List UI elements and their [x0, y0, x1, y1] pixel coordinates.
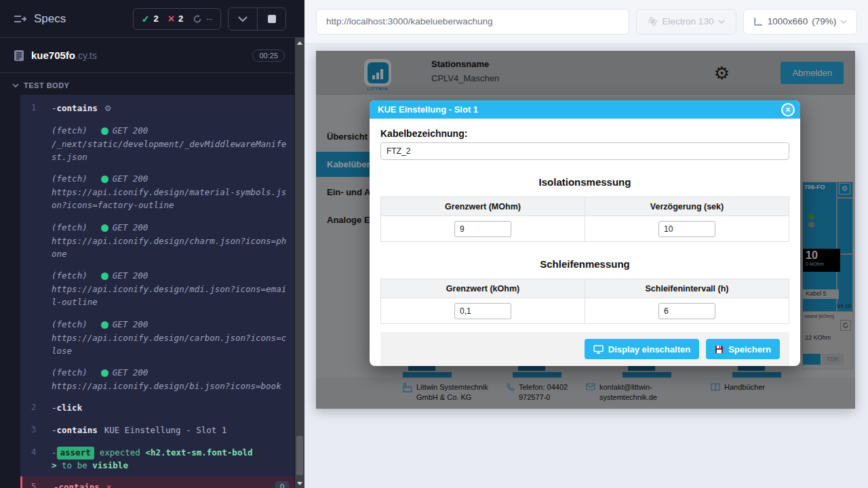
status-dot-icon — [101, 369, 108, 377]
cable-name-input[interactable] — [380, 142, 789, 160]
scroll-down-arrow-icon[interactable] — [297, 482, 302, 485]
modal-title: KUE Einstellung - Slot 1 — [378, 104, 478, 115]
specs-title: Specs — [34, 12, 66, 26]
stat-failed: ×2 — [168, 13, 184, 25]
close-icon[interactable]: × — [781, 103, 795, 117]
spec-name: kue705fo — [31, 49, 75, 61]
runner-controls — [228, 7, 286, 30]
modal-footer: Display einschalten Speichern — [380, 332, 789, 366]
fetch-row[interactable]: (fetch)GET 200 https://api.iconify.desig… — [20, 265, 294, 314]
isolation-section-title: Isolationsmessung — [380, 176, 789, 188]
floppy-disk-icon — [715, 345, 724, 354]
electron-icon — [648, 16, 658, 26]
isolation-limit-input[interactable] — [454, 221, 511, 237]
command-contains-failed[interactable]: 5 -contains× 0 — [20, 476, 294, 488]
status-dot-icon — [101, 321, 108, 329]
app-under-test: LITTWIN Stationsname CPLV4_Maschen ⚙ Abm… — [316, 51, 855, 409]
fetch-row[interactable]: (fetch)GET 200 https://api.iconify.desig… — [20, 217, 294, 266]
cable-name-label: Kabelbezeichnung: — [380, 128, 789, 139]
loop-section-title: Schleifenmessung — [380, 258, 789, 270]
retry-count-badge: 0 — [275, 481, 289, 488]
command-contains-1[interactable]: 1 -contains⚙ — [20, 98, 294, 120]
test-stats: ✓2 ×2 -- — [133, 8, 221, 30]
cross-icon: × — [168, 13, 174, 25]
chevron-down-icon — [840, 20, 847, 24]
monitor-icon — [593, 345, 604, 354]
chevron-down-icon — [238, 16, 248, 22]
scrollbar-thumb[interactable] — [296, 436, 303, 475]
viewport-zoom: (79%) — [812, 16, 836, 26]
modal-body: Kabelbezeichnung: Isolationsmessung Gren… — [370, 119, 800, 366]
viewport-select[interactable]: 1000x660 (79%) — [743, 9, 857, 35]
fetch-row[interactable]: (fetch)GET 200 https://api.iconify.desig… — [20, 168, 294, 217]
fetch-row[interactable]: (fetch)GET 200 https://api.iconify.desig… — [20, 362, 294, 397]
loop-col2-header: Schleifenintervall (h) — [585, 279, 789, 298]
command-log: 1 -contains⚙ (fetch)GET 200 /_next/stati… — [20, 95, 294, 488]
stop-button[interactable] — [257, 8, 285, 30]
url-input[interactable] — [316, 9, 629, 35]
fetch-row[interactable]: (fetch)GET 200 /_next/static/development… — [20, 120, 294, 169]
chevron-down-icon — [12, 83, 19, 87]
test-body-section[interactable]: TEST BODY — [0, 73, 294, 95]
loop-col1-header: Grenzwert (kOhm) — [381, 279, 585, 298]
cypress-runner: Specs ✓2 ×2 -- ku — [0, 0, 868, 488]
reporter-panel: Specs ✓2 ×2 -- ku — [0, 0, 294, 488]
status-dot-icon — [101, 224, 108, 232]
save-button[interactable]: Speichern — [706, 339, 780, 359]
status-dot-icon — [101, 272, 108, 280]
spec-ext: .cy.ts — [75, 50, 97, 61]
browser-select[interactable]: Electron 130 — [636, 9, 736, 35]
fetch-row[interactable]: (fetch)GET 200 https://api.iconify.desig… — [20, 314, 294, 363]
status-dot-icon — [101, 127, 108, 135]
spec-duration-badge: 00:25 — [252, 49, 285, 62]
isolation-delay-input[interactable] — [658, 221, 715, 237]
check-icon: ✓ — [142, 14, 150, 24]
restart-icon — [193, 14, 202, 24]
stat-pending: -- — [193, 14, 212, 24]
stage: Electron 130 1000x660 (79%) — [304, 0, 868, 488]
aut-toolbar: Electron 130 1000x660 (79%) — [304, 0, 868, 43]
isolation-col1-header: Grenzwert (MOhm) — [381, 197, 585, 216]
assert-badge: assert — [57, 447, 94, 460]
loop-interval-input[interactable] — [658, 303, 715, 319]
stat-passed: ✓2 — [142, 14, 159, 24]
spec-file-row[interactable]: kue705fo.cy.ts 00:25 — [0, 38, 294, 73]
command-assert[interactable]: 4 -assertexpected <h2.text-sm.font-bold>… — [20, 442, 294, 477]
fail-x-icon: × — [106, 482, 112, 488]
ruler-icon — [753, 16, 764, 26]
command-click[interactable]: 2 -click — [20, 397, 294, 420]
chevron-down-icon — [718, 20, 725, 24]
reporter-scrollbar[interactable] — [294, 0, 304, 488]
status-dot-icon — [101, 176, 108, 183]
stop-icon — [268, 15, 276, 23]
modal-titlebar: KUE Einstellung - Slot 1 × — [370, 100, 800, 119]
kue-settings-modal: KUE Einstellung - Slot 1 × Kabelbezeichn… — [370, 100, 800, 366]
isolation-table: Grenzwert (MOhm) Verzögerung (sek) — [380, 197, 789, 242]
display-on-button[interactable]: Display einschalten — [585, 339, 699, 359]
command-contains-3[interactable]: 3 -containsKUE Einstellung - Slot 1 — [20, 420, 294, 442]
spec-file-icon — [14, 49, 24, 62]
collapse-button[interactable] — [229, 8, 257, 30]
loop-table: Grenzwert (kOhm) Schleifenintervall (h) — [380, 279, 789, 324]
gear-icon: ⚙ — [104, 104, 112, 113]
scrollbar-track[interactable] — [295, 37, 304, 488]
scroll-up-arrow-icon[interactable] — [297, 41, 302, 45]
specs-menu-icon[interactable] — [14, 14, 27, 24]
reporter-header: Specs ✓2 ×2 -- — [0, 0, 294, 38]
loop-limit-input[interactable] — [454, 303, 511, 319]
isolation-col2-header: Verzögerung (sek) — [585, 197, 789, 216]
